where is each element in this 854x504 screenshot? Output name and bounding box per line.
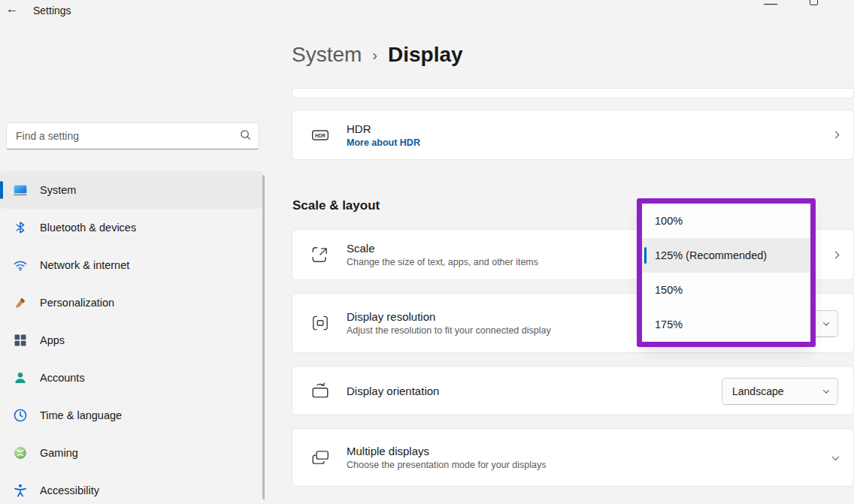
hdr-title: HDR xyxy=(347,122,420,135)
sidebar-item-label: Network & internet xyxy=(40,259,129,271)
partial-card-above xyxy=(292,88,854,98)
clock-icon xyxy=(13,408,28,423)
sidebar-item-label: Gaming xyxy=(40,447,78,459)
chevron-right-icon xyxy=(832,131,840,139)
apps-grid-icon xyxy=(13,333,28,348)
breadcrumb-system[interactable]: System xyxy=(292,43,362,67)
multiple-displays-title: Multiple displays xyxy=(347,445,546,457)
orientation-dropdown[interactable]: Landscape xyxy=(722,378,838,405)
maximize-button[interactable] xyxy=(810,0,818,5)
option-label: 150% xyxy=(655,284,683,296)
bluetooth-icon xyxy=(13,220,28,235)
wifi-icon xyxy=(13,258,28,273)
orientation-value: Landscape xyxy=(732,385,784,397)
sidebar-item-gaming[interactable]: Gaming xyxy=(0,434,263,472)
display-orientation-title: Display orientation xyxy=(347,385,439,397)
option-label: 175% xyxy=(655,318,683,330)
sidebar-item-label: Bluetooth & devices xyxy=(40,222,136,234)
page-title: Display xyxy=(388,43,463,67)
sidebar-item-bluetooth-devices[interactable]: Bluetooth & devices xyxy=(0,209,263,246)
chevron-right-icon xyxy=(832,251,840,258)
sidebar-item-label: System xyxy=(40,184,76,196)
sidebar-item-label: Accessibility xyxy=(40,484,99,496)
display-resolution-description: Adjust the resolution to fit your connec… xyxy=(347,325,551,336)
display-resolution-icon xyxy=(310,313,330,333)
sidebar-item-system[interactable]: System xyxy=(0,171,263,209)
display-orientation-icon xyxy=(310,381,330,400)
scale-option-150[interactable]: 150% xyxy=(642,273,810,307)
multiple-displays-card[interactable]: Multiple displays Choose the presentatio… xyxy=(292,428,854,487)
sidebar-item-personalization[interactable]: Personalization xyxy=(0,284,263,321)
sidebar-item-label: Apps xyxy=(40,334,65,346)
paintbrush-icon xyxy=(13,295,28,310)
sidebar-item-accessibility[interactable]: Accessibility xyxy=(0,472,263,504)
sidebar-item-network-internet[interactable]: Network & internet xyxy=(0,246,263,284)
option-label: 125% (Recommended) xyxy=(655,249,767,261)
display-resolution-title: Display resolution xyxy=(347,310,551,323)
chevron-down-icon xyxy=(823,387,829,393)
sidebar-item-time-language[interactable]: Time & language xyxy=(0,397,263,434)
xbox-sphere-icon xyxy=(13,445,28,460)
more-about-hdr-link[interactable]: More about HDR xyxy=(347,137,420,148)
breadcrumb: System › Display xyxy=(292,43,463,67)
sidebar-item-label: Time & language xyxy=(40,409,122,421)
scrollbar[interactable] xyxy=(262,175,265,499)
accessibility-person-icon xyxy=(13,483,28,498)
sidebar-item-apps[interactable]: Apps xyxy=(0,321,263,359)
chevron-down-icon xyxy=(832,453,840,460)
scale-description: Change the size of text, apps, and other… xyxy=(347,257,538,267)
display-orientation-card: Display orientation Landscape xyxy=(292,366,854,415)
search-input[interactable] xyxy=(16,130,240,142)
system-icon xyxy=(13,183,28,198)
svg-text:HDR: HDR xyxy=(315,132,326,137)
multiple-displays-description: Choose the presentation mode for your di… xyxy=(347,460,546,470)
person-icon xyxy=(13,370,28,385)
scale-option-125-recommended[interactable]: 125% (Recommended) xyxy=(642,238,810,273)
sidebar-item-label: Accounts xyxy=(40,372,85,384)
hdr-icon: HDR xyxy=(310,125,330,145)
section-header-scale-layout: Scale & layout xyxy=(292,198,380,213)
breadcrumb-separator-icon: › xyxy=(372,47,377,64)
sidebar-item-accounts[interactable]: Accounts xyxy=(0,359,263,397)
hdr-card[interactable]: HDR HDR More about HDR xyxy=(292,110,854,160)
sidebar: System Bluetooth & devices Network & int… xyxy=(0,0,263,504)
chevron-down-icon xyxy=(823,319,829,325)
search-box xyxy=(6,122,259,149)
option-label: 100% xyxy=(655,215,683,227)
scale-option-100[interactable]: 100% xyxy=(642,204,810,238)
search-icon xyxy=(240,129,251,143)
scale-icon xyxy=(310,245,330,264)
sidebar-nav: System Bluetooth & devices Network & int… xyxy=(0,171,263,504)
scale-title: Scale xyxy=(347,242,538,255)
minimize-button[interactable]: — xyxy=(764,0,777,11)
scale-options-flyout: 100% 125% (Recommended) 150% 175% xyxy=(642,204,810,342)
scale-option-175[interactable]: 175% xyxy=(642,307,810,342)
sidebar-item-label: Personalization xyxy=(40,297,114,309)
multiple-displays-icon xyxy=(310,448,330,467)
